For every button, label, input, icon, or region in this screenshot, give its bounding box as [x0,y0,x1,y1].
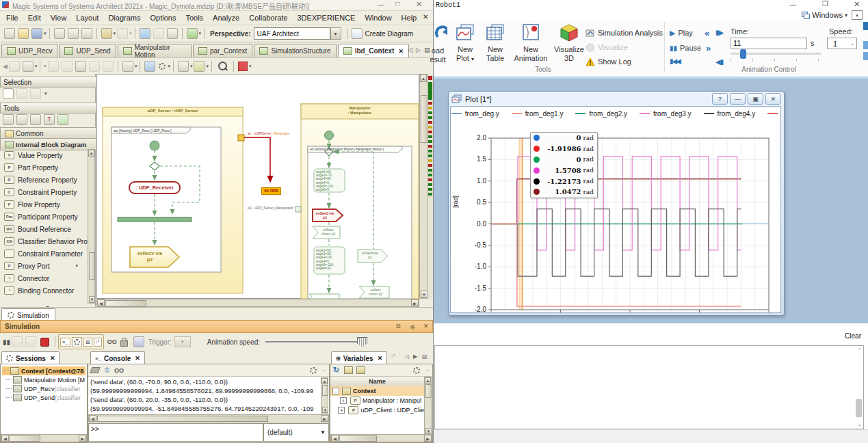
palette-item-classifier-behavior-pro-[interactable]: CBClassifier Behavior Pro... [0,235,88,247]
annotation-mark[interactable] [428,188,432,191]
menu-item-analyze[interactable]: Analyze [208,14,244,22]
time-slider-thumb[interactable] [740,49,746,59]
variables-name-header[interactable]: Name [369,378,386,385]
structure-tool-icon[interactable] [57,114,68,125]
palette-item-proxy-port[interactable]: PProxy Port▾ [0,260,88,272]
skip-to-start-icon[interactable]: ▮◀◀ [670,57,680,65]
find-icon[interactable] [81,28,92,39]
plot-maximize-button[interactable]: ▣ [748,93,763,105]
annotation-mark[interactable] [428,82,432,100]
menu-item-window[interactable]: Window [360,14,396,22]
ev-send-green-signal[interactable]: evSend via p1 [358,252,382,259]
palette-item-constraint-parameter[interactable]: Constraint Parameter [0,247,88,260]
transform-icon[interactable] [187,28,198,39]
create-diagram-button[interactable]: Create Diagram [365,30,414,38]
save-icon[interactable] [31,28,42,39]
simulation-active-icon[interactable] [238,62,248,71]
panel-right-icon[interactable]: ▶ [413,353,417,360]
palette-item-dropdown-icon[interactable]: ▾ [75,263,78,269]
palette-item-value-property[interactable]: VValue Property [0,149,88,161]
lock-icon[interactable] [120,340,128,347]
annotation-mark[interactable] [428,169,432,172]
legend-entry[interactable]: from_deg2.y [575,110,627,118]
undo-icon[interactable] [101,28,112,39]
annotation-column[interactable] [428,74,433,299]
time-input[interactable]: 11 [731,38,807,49]
session-row[interactable]: Manipulator Motion [M [2,375,86,384]
annotation-mark[interactable] [428,159,432,162]
ribbon-edge-button3[interactable] [863,52,868,60]
pause-button[interactable]: ▮▮ Pause [670,42,701,53]
console-close-icon[interactable]: ✕ [135,355,140,362]
canvas-hscrollbar[interactable]: ◀ ▶ [96,299,419,307]
align-tool-icon[interactable] [16,114,27,125]
grid-icon[interactable] [178,61,189,72]
trigger-flag-icon[interactable] [133,336,144,347]
menu-item-options[interactable]: Options [145,14,181,22]
console-gear-icon[interactable] [310,367,317,374]
cursor-tool-icon[interactable] [3,88,14,99]
tab-simulationstructure[interactable]: SimulationStructure [254,44,336,57]
menu-item-edit[interactable]: Edit [23,14,46,22]
variables-hscrollbar[interactable]: ◀ ▶ [330,434,432,442]
tab-console[interactable]: »_ Console ✕ [90,351,145,364]
perspective-select[interactable]: UAF Architect [254,27,330,40]
console-more-icon[interactable]: - [323,367,325,374]
speed-dropdown-icon[interactable]: ⌄ [850,41,854,46]
animation-speed-slider[interactable] [265,341,363,343]
sim-pause-icon[interactable]: ▮▮ [3,338,10,346]
print-icon[interactable] [54,28,65,39]
settings-gear-icon[interactable] [159,63,166,70]
text-tool-icon[interactable]: T [44,114,55,125]
load-result-button[interactable]: oadesult [428,23,447,72]
sticky-tool-icon[interactable] [3,114,14,125]
tab-close-icon[interactable]: ✕ [398,48,404,55]
commit-icon[interactable] [153,28,164,39]
ribbon-collapse-icon[interactable]: ▴ [852,10,863,20]
variable-row[interactable]: -Context [330,386,424,396]
perspective-dropdown-icon[interactable]: ▼ [330,27,341,40]
web-icon[interactable] [167,28,178,39]
legend-entry[interactable]: from_deg.y [451,110,499,118]
copy-icon[interactable] [62,61,73,72]
plot-chart[interactable]: 0255075100-2.0-1.5-1.0-0.50.00.51.01.52.… [451,119,780,312]
sim-step-into-icon[interactable] [12,336,23,347]
sim-console-toggle-icon[interactable]: »_ [60,338,70,347]
variables-close-icon[interactable]: ✕ [378,355,383,362]
minimize-icon[interactable]: — [378,1,384,8]
new-plot-dropdown-icon[interactable]: ▾ [471,56,474,62]
dymola-close-icon[interactable]: ✕ [854,0,860,9]
ev-recv-accept1[interactable]: evRecv <from> p2 [317,228,339,236]
speed-select[interactable]: 1 ⌄ [827,38,857,49]
menu-item-layout[interactable]: Layout [71,14,103,22]
udp-receiver-action[interactable]: : UDP_Receiver [129,185,180,191]
back-icon[interactable]: ◀ [3,63,8,70]
annotation-mark[interactable] [428,155,432,157]
menu-item-collaborate[interactable]: Collaborate [244,14,292,22]
fast-forward-icon[interactable]: » [706,43,711,53]
ev-recv-accept2[interactable]: evRecv <from> p2 [364,288,387,296]
action2-text[interactable]: angle1=60; angle2=20; angle3=-35; angle4… [316,249,334,270]
annotation-mark[interactable] [428,183,432,186]
variables-gear-icon[interactable] [413,367,420,374]
menu-item-file[interactable]: File [1,14,23,22]
annotation-mark[interactable] [428,76,432,80]
sim-step-over-icon[interactable] [25,336,36,347]
palette-item-connector[interactable]: └Connector [0,272,88,284]
annotation-mark[interactable] [428,116,432,119]
close-icon[interactable]: ✕ [416,0,422,9]
plot-titlebar[interactable]: Plot [1*] ? — ▣ ✕ [449,92,784,106]
pin-panel-icon[interactable]: キ [410,323,416,332]
redo-icon[interactable] [117,28,128,39]
legend-entry[interactable]: from_deg4.y [704,110,756,118]
console-input[interactable]: >> [88,423,263,442]
tree-expander-icon[interactable]: + [340,397,347,404]
menu-item-3dexperience[interactable]: 3DEXPERIENCE [292,14,360,22]
menu-item-diagrams[interactable]: Diagrams [103,14,145,22]
dymola-titlebar[interactable]: Robot1 — ❐ ✕ [434,0,868,10]
panel-extra-icon[interactable]: ◦° [391,353,395,360]
tab-variables[interactable]: ⊞ Variables ✕ [331,351,387,364]
ev-send-red-signal[interactable]: evSend via p1 [313,211,337,219]
rewind-icon[interactable]: « [705,28,709,38]
sessions-close-icon[interactable]: ✕ [50,355,55,362]
